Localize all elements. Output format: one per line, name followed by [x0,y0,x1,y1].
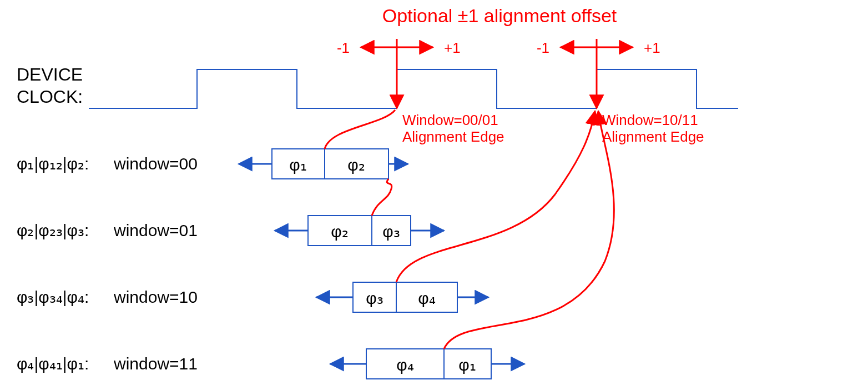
row0-phi-left: φ₁ [289,156,306,174]
row0-win: window=00 [113,154,198,173]
offset-left-plus: +1 [444,39,461,56]
row1-link-curve [372,179,392,216]
clock-label-2: CLOCK: [17,87,83,107]
row1-phis: φ₂|φ₂₃|φ₃: [17,221,89,239]
offset-right-minus: -1 [537,39,549,56]
edge-label-right-1: Window=10/11 [602,112,698,128]
offset-left-minus: -1 [337,39,350,56]
row3-phi-left: φ₄ [396,356,413,374]
row-win00: φ₁|φ₁₂|φ₂: window=00 φ₁ φ₂ [17,149,408,179]
timing-diagram: Optional ±1 alignment offset -1 +1 -1 +1… [0,0,868,390]
offset-group-left: -1 +1 [337,39,461,56]
row-win11: φ₄|φ₄₁|φ₁: window=11 φ₄ φ₁ [17,349,524,379]
clock-waveform [89,69,738,108]
edge-label-left-1: Window=00/01 [402,112,498,128]
title-text: Optional ±1 alignment offset [382,5,617,26]
row3-phis: φ₄|φ₄₁|φ₁: [17,354,89,373]
edge-label-right-2: Alignment Edge [602,128,704,145]
offset-group-right: -1 +1 [537,39,660,56]
row3-phi-right: φ₁ [458,356,476,374]
row0-phi-right: φ₂ [347,156,365,174]
row2-phi-right: φ₄ [418,289,435,307]
row1-phi-left: φ₂ [331,222,348,241]
row0-phis: φ₁|φ₁₂|φ₂: [17,154,89,173]
row3-link-curve [444,111,614,349]
row2-phis: φ₃|φ₃₄|φ₄: [17,288,89,306]
row1-phi-right: φ₃ [382,222,400,241]
offset-right-plus: +1 [644,39,660,56]
row-win01: φ₂|φ₂₃|φ₃: window=01 φ₂ φ₃ [17,216,444,246]
clock-label-1: DEVICE [17,64,83,84]
row1-win: window=01 [113,221,198,239]
row3-win: window=11 [113,354,198,373]
edge-label-left-2: Alignment Edge [402,128,504,145]
row-win10: φ₃|φ₃₄|φ₄: window=10 φ₃ φ₄ [17,282,488,312]
row2-win: window=10 [113,288,198,306]
row2-phi-left: φ₃ [366,289,383,307]
row0-link-curve [325,110,395,149]
